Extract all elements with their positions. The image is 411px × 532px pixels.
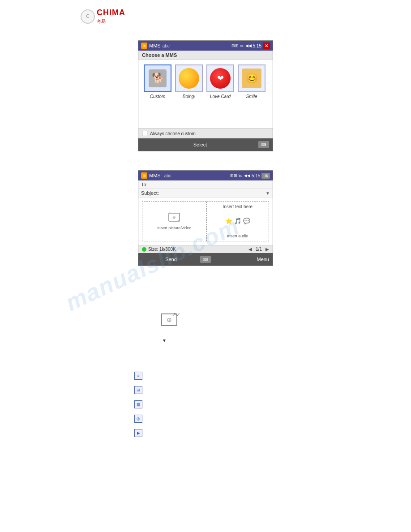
svg-text:⊕: ⊕ <box>172 215 176 219</box>
to-label: To: <box>141 182 163 187</box>
next-page-icon[interactable]: ▶ <box>265 247 269 252</box>
mms-compose-area: ⊕ ↗ ↙ Insert picture/video Insert text h… <box>142 201 269 241</box>
status-left: Size: 1k/300K <box>142 247 176 252</box>
subject-field-row: Subject: ▼ <box>138 189 273 197</box>
custom-icon: 🐕 <box>149 69 167 87</box>
lovecard-icon: ❤ <box>210 68 231 89</box>
small-icon-row-3: ▦ <box>134 400 142 408</box>
small-icon-row-4: ◎ <box>134 415 142 423</box>
mms-item-boing[interactable]: Boing! <box>175 64 203 99</box>
subject-label: Subject: <box>141 190 163 196</box>
audio-icons-row: ⭐ 🎵 💬 <box>225 218 250 224</box>
grid-icon[interactable]: ⊞ <box>134 386 142 394</box>
ok-button[interactable]: ok <box>261 173 270 179</box>
windows-logo-icon-2: ⊞ <box>141 172 147 179</box>
mms-label-lovecard: Love Card <box>210 94 231 99</box>
input-mode-1: abc <box>163 43 170 48</box>
image-icon[interactable]: ▦ <box>134 400 142 408</box>
mms-item-smile[interactable]: 😊 Smile <box>238 64 265 99</box>
mms-icon-boing[interactable] <box>175 64 203 92</box>
title-bar-left: ⊞ MMS abc <box>141 43 170 49</box>
mms-picture-area[interactable]: ⊕ ↗ ↙ Insert picture/video <box>142 202 207 241</box>
phone-screen-1: ⊞ MMS abc ⊞⊞ ℡ ◀◀ 5:15 ✕ Choose a MMS 🐕 … <box>138 40 273 151</box>
small-icons-area: ≡ ⊞ ▦ ◎ ▶ <box>134 372 142 437</box>
always-custom-row[interactable]: Always choose custom <box>138 128 273 138</box>
title-bar-1: ⊞ MMS abc ⊞⊞ ℡ ◀◀ 5:15 ✕ <box>138 41 273 51</box>
logo-underline <box>81 28 389 28</box>
time-label-1: 5:15 <box>253 43 261 48</box>
to-field-row: To: <box>138 180 273 189</box>
small-icon-row-5: ▶ <box>134 429 142 437</box>
send-button[interactable]: Send <box>142 257 200 262</box>
video-icon[interactable]: ▶ <box>134 429 142 437</box>
dropdown-arrow-icon: ▼ <box>162 338 167 343</box>
mms-label-boing: Boing! <box>183 94 195 99</box>
star-icon: ⭐ <box>225 218 232 224</box>
keyboard-icon-1[interactable]: ⌨ <box>258 141 269 148</box>
size-label: Size: 1k/300K <box>148 247 176 252</box>
mms-icon-smile[interactable]: 😊 <box>238 64 265 92</box>
status-bar: Size: 1k/300K ◀ 1/1 ▶ <box>138 245 273 253</box>
menu-button[interactable]: Menu <box>211 257 269 262</box>
insert-audio-label: Insert audio <box>227 234 248 238</box>
boing-icon <box>179 68 199 89</box>
time-label-2: 5:15 <box>252 173 260 178</box>
mms-item-lovecard[interactable]: ❤ Love Card <box>206 64 234 99</box>
prev-page-icon[interactable]: ◀ <box>248 247 252 252</box>
bottom-toolbar-1: Select ⌨ <box>138 138 273 151</box>
mms-text-area[interactable]: Insert text here ⭐ 🎵 💬 Insert audio <box>207 202 269 241</box>
title-bar-2: ⊞ MMS abc ⊞⊞ ℡ ◀◀ 5:15 ok <box>138 171 273 180</box>
subject-arrow-icon: ▼ <box>265 191 270 196</box>
svg-text:↙: ↙ <box>178 219 180 222</box>
green-status-dot <box>142 247 146 252</box>
logo-brand: CHIMA <box>97 8 125 17</box>
select-button[interactable]: Select <box>142 142 258 147</box>
logo-circle: C <box>81 9 95 24</box>
large-image-placeholder: ⊕ ↗↙ <box>161 313 177 326</box>
smile-icon: 😊 <box>242 69 261 88</box>
mms-icon-lovecard[interactable]: ❤ <box>206 64 234 92</box>
keyboard-icon-2[interactable]: ⌨ <box>200 256 211 263</box>
logo-subtitle: 考易 <box>97 18 125 25</box>
mms-grid: 🐕 Custom Boing! ❤ Love Card 😊 Smile <box>138 60 273 103</box>
speech-icon: 💬 <box>243 218 250 224</box>
title-bar-icons-2: ⊞⊞ ℡ ◀◀ 5:15 ok <box>230 173 270 179</box>
small-icon-row-2: ⊞ <box>134 386 142 394</box>
mms-icon-custom[interactable]: 🐕 <box>144 64 171 92</box>
resize-arrows-icon: ↗↙ <box>172 312 180 317</box>
logo: C CHIMA 考易 <box>81 8 125 25</box>
title-bar-icons-1: ⊞⊞ ℡ ◀◀ 5:15 ✕ <box>231 43 270 49</box>
mms-item-custom[interactable]: 🐕 Custom <box>144 64 171 99</box>
always-custom-label: Always choose custom <box>150 131 196 136</box>
mms-label-custom: Custom <box>150 94 165 99</box>
app-title-1: MMS <box>149 43 161 48</box>
always-custom-checkbox[interactable] <box>142 131 147 136</box>
music-icon: 🎵 <box>234 218 241 224</box>
signal-icon-2: ⊞⊞ ℡ ◀◀ <box>230 173 250 178</box>
title-bar-left-2: ⊞ MMS abc <box>141 172 171 179</box>
phone-screen-2: ⊞ MMS abc ⊞⊞ ℡ ◀◀ 5:15 ok To: Subject: ▼… <box>138 170 273 266</box>
image-icon-box: ⊕ ↗↙ <box>161 313 177 326</box>
small-icon-row-1: ≡ <box>134 372 142 380</box>
mms-empty-area <box>138 103 273 128</box>
input-mode-2: abc <box>164 173 171 178</box>
image-placeholder-icon: ⊕ <box>167 316 172 323</box>
camera-icon[interactable]: ◎ <box>134 415 142 423</box>
svg-text:↗: ↗ <box>169 212 171 214</box>
windows-logo-icon: ⊞ <box>141 43 147 49</box>
insert-text-label: Insert text here <box>223 204 253 209</box>
insert-picture-label: Insert picture/video <box>157 226 191 230</box>
bottom-toolbar-2: Send ⌨ Menu <box>138 253 273 266</box>
mms-label-smile: Smile <box>246 94 257 99</box>
signal-icon: ⊞⊞ ℡ ◀◀ <box>231 43 252 48</box>
list-icon[interactable]: ≡ <box>134 372 142 380</box>
app-title-2: MMS <box>149 173 161 178</box>
page-label: 1/1 <box>256 247 262 252</box>
picture-placeholder-icon: ⊕ ↗ ↙ <box>168 212 180 224</box>
page-navigation[interactable]: ◀ 1/1 ▶ <box>248 247 269 252</box>
close-button-1[interactable]: ✕ <box>263 43 270 49</box>
choose-mms-header: Choose a MMS <box>138 51 273 60</box>
